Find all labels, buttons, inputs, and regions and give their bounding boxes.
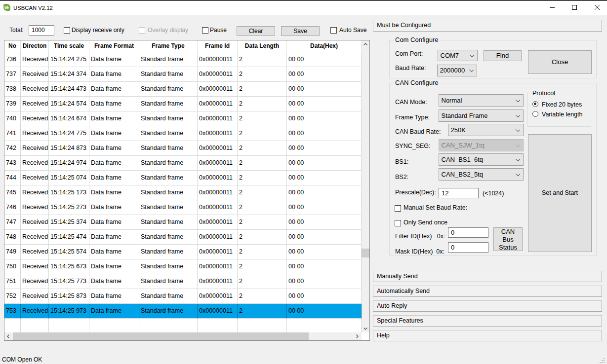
svg-text:w: w xyxy=(4,5,8,10)
